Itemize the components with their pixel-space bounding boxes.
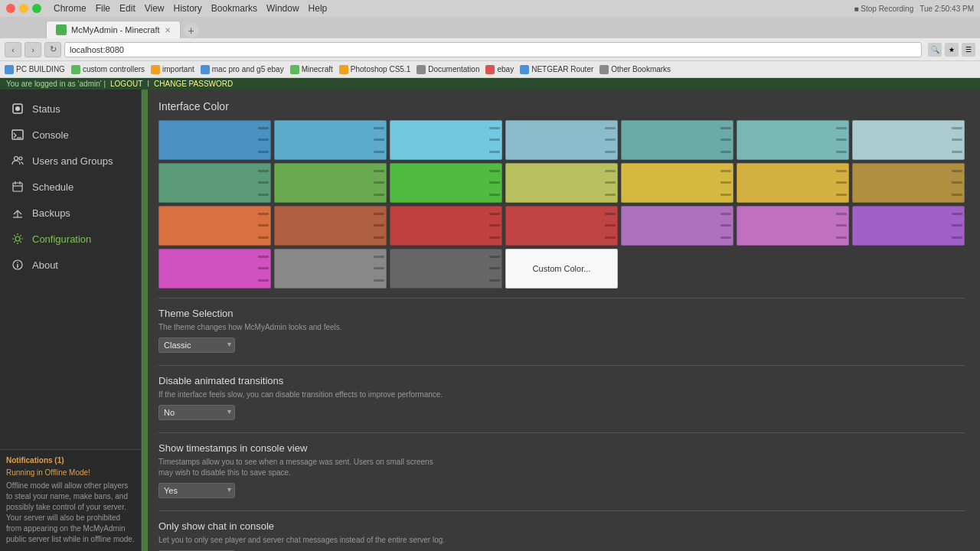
color-swatch[interactable]: [621, 163, 733, 203]
browser-tab[interactable]: McMyAdmin - Minecraft ✕: [46, 21, 181, 38]
color-row-3: [158, 206, 965, 246]
color-swatch[interactable]: [158, 163, 271, 203]
sidebar-item-status[interactable]: Status: [0, 96, 141, 122]
bookmark-icon: [520, 65, 529, 74]
sidebar-label-users: Users and Groups: [32, 155, 113, 167]
color-swatch[interactable]: [274, 163, 387, 203]
console-icon: [11, 128, 24, 142]
color-swatch[interactable]: [852, 163, 965, 203]
users-icon: [11, 154, 24, 168]
bookmark-documentation[interactable]: Documentation: [416, 65, 479, 74]
bookmark-pc-building[interactable]: PC BUILDING: [5, 65, 65, 74]
color-swatch[interactable]: [390, 163, 502, 203]
menu-window[interactable]: Window: [266, 3, 299, 14]
logout-link[interactable]: LOGOUT: [110, 80, 142, 88]
tab-label: McMyAdmin - Minecraft: [71, 25, 160, 34]
fullscreen-button[interactable]: [32, 4, 41, 13]
color-swatch[interactable]: [737, 120, 849, 160]
color-swatch[interactable]: [505, 120, 618, 160]
status-icon: [11, 102, 24, 116]
color-swatch[interactable]: [158, 120, 271, 160]
color-swatch[interactable]: [737, 206, 849, 246]
tab-close-button[interactable]: ✕: [165, 26, 171, 34]
refresh-button[interactable]: ↻: [44, 42, 61, 57]
color-swatch[interactable]: [274, 120, 387, 160]
menu-icon[interactable]: ☰: [962, 43, 975, 57]
empty-swatch: [621, 249, 733, 289]
bookmark-netgear[interactable]: NETGEAR Router: [520, 65, 593, 74]
chat-only-label: Only show chat in console: [158, 520, 965, 532]
color-swatch[interactable]: [390, 206, 502, 246]
bookmark-icon: [5, 65, 14, 74]
sidebar-label-status: Status: [32, 103, 60, 115]
bookmark-other[interactable]: Other Bookmarks: [599, 65, 671, 74]
back-button[interactable]: ‹: [5, 42, 21, 57]
color-swatch[interactable]: [621, 206, 733, 246]
bookmark-photoshop[interactable]: Photoshop CS5.1: [339, 65, 410, 74]
minimize-button[interactable]: [19, 4, 28, 13]
color-swatch-gray1[interactable]: [274, 249, 387, 289]
menu-help[interactable]: Help: [309, 3, 328, 14]
theme-select[interactable]: Classic Dark Light: [158, 337, 235, 353]
color-swatch[interactable]: [737, 163, 849, 203]
menu-chrome[interactable]: Chrome: [54, 3, 87, 14]
timestamps-desc: Timestamps allow you to see when a messa…: [158, 457, 449, 478]
address-bar[interactable]: localhost:8080: [64, 42, 922, 57]
color-swatch[interactable]: [505, 206, 618, 246]
color-swatch[interactable]: [852, 206, 965, 246]
sidebar-item-about[interactable]: About: [0, 252, 141, 278]
menu-history[interactable]: History: [174, 3, 202, 14]
menu-view[interactable]: View: [145, 3, 165, 14]
animated-label: Disable animated transitions: [158, 375, 965, 386]
browser-titlebar: Chrome File Edit View History Bookmarks …: [0, 0, 980, 17]
bookmark-icon: [485, 65, 495, 74]
animated-select[interactable]: No Yes: [158, 405, 235, 420]
custom-color-swatch[interactable]: Custom Color...: [505, 249, 618, 289]
animated-select-wrapper: No Yes: [158, 405, 235, 420]
color-swatch[interactable]: [852, 120, 965, 160]
tab-favicon: [56, 24, 67, 35]
sidebar-item-configuration[interactable]: Configuration: [0, 226, 141, 252]
bookmark-ebay[interactable]: ebay: [485, 65, 514, 74]
forward-button[interactable]: ›: [24, 42, 41, 57]
sidebar-item-users[interactable]: Users and Groups: [0, 148, 141, 174]
star-icon[interactable]: ★: [945, 43, 959, 57]
notifications-box: Notifications (1) Running in Offline Mod…: [0, 449, 141, 551]
svg-point-15: [17, 262, 18, 263]
divider-4: [158, 510, 965, 511]
menu-edit[interactable]: Edit: [119, 3, 136, 14]
chat-only-desc: Let you to only see player and server ch…: [158, 535, 449, 546]
stop-recording[interactable]: ■ Stop Recording: [854, 5, 913, 13]
notifications-text: Offline mode will allow other players to…: [6, 481, 135, 545]
bookmark-important[interactable]: important: [151, 65, 194, 74]
bookmark-minecraft[interactable]: Minecraft: [290, 65, 333, 74]
color-swatch[interactable]: [158, 206, 271, 246]
search-icon[interactable]: 🔍: [928, 43, 942, 57]
custom-color-label: Custom Color...: [533, 264, 591, 273]
menu-bookmarks[interactable]: Bookmarks: [211, 3, 257, 14]
nav-icons: 🔍 ★ ☰: [928, 43, 975, 57]
backups-icon: [11, 206, 24, 220]
bookmark-custom-controllers[interactable]: custom controllers: [71, 65, 145, 74]
new-tab-button[interactable]: +: [184, 23, 199, 38]
close-button[interactable]: [6, 4, 15, 13]
color-swatch[interactable]: [505, 163, 618, 203]
color-swatch[interactable]: [621, 120, 733, 160]
color-swatch[interactable]: [274, 206, 387, 246]
bookmark-mac-pro[interactable]: mac pro and g5 ebay: [201, 65, 284, 74]
color-swatch[interactable]: [390, 120, 502, 160]
color-row-1: [158, 120, 965, 160]
menu-file[interactable]: File: [96, 3, 110, 14]
sidebar-item-schedule[interactable]: Schedule: [0, 174, 141, 200]
color-swatch-gray2[interactable]: [390, 249, 502, 289]
browser-menu: Chrome File Edit View History Bookmarks …: [54, 3, 327, 14]
change-password-link[interactable]: CHANGE PASSWORD: [154, 80, 233, 88]
color-swatch-pink[interactable]: [158, 249, 271, 289]
sidebar-item-console[interactable]: Console: [0, 122, 141, 148]
divider-1: [158, 298, 965, 298]
sidebar-item-backups[interactable]: Backups: [0, 200, 141, 226]
sidebar-label-about: About: [32, 259, 58, 271]
empty-swatch: [852, 249, 965, 289]
timestamps-select[interactable]: Yes No: [158, 483, 235, 498]
bookmark-icon: [599, 65, 609, 74]
